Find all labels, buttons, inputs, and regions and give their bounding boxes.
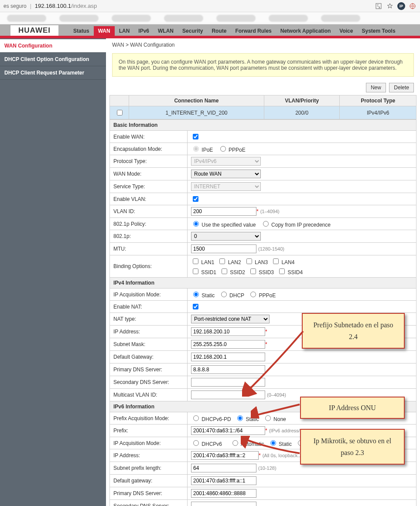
delete-button[interactable]: Delete bbox=[389, 83, 414, 92]
section-ipv4: IPv4 Information bbox=[110, 278, 417, 289]
binding-lan2-checkbox[interactable] bbox=[219, 258, 225, 264]
subnet-prefix-length-input[interactable] bbox=[191, 464, 256, 472]
ipv4-address-label: IP Address: bbox=[110, 326, 188, 338]
tab-wlan[interactable]: WLAN bbox=[154, 26, 178, 36]
bookmark-item[interactable] bbox=[59, 15, 99, 22]
subnet-mask-input[interactable] bbox=[191, 340, 265, 349]
translate-icon[interactable] bbox=[375, 2, 382, 10]
security-label: es seguro bbox=[3, 3, 27, 9]
tab-wan[interactable]: WAN bbox=[94, 26, 115, 36]
tab-voice[interactable]: Voice bbox=[335, 26, 357, 36]
sidebar-item-wan-configuration[interactable]: WAN Configuration bbox=[0, 39, 106, 53]
8021p-label: 802.1p: bbox=[110, 230, 188, 243]
ipv6-gateway-input[interactable] bbox=[191, 476, 256, 485]
tab-system-tools[interactable]: System Tools bbox=[357, 26, 400, 36]
row-select-checkbox[interactable] bbox=[117, 110, 123, 115]
vlan-id-input[interactable] bbox=[191, 207, 256, 216]
new-button[interactable]: New bbox=[366, 83, 386, 92]
col-protocol-type: Protocol Type bbox=[340, 95, 417, 106]
vlan-id-label: VLAN ID: bbox=[110, 205, 188, 218]
ipv4-dns2-label: Secondary DNS Server: bbox=[110, 376, 188, 389]
annotation-prefix: Prefijo Subnetado en el paso 2.4 bbox=[302, 313, 405, 349]
sidebar-item-dhcp-client-option-configuration[interactable]: DHCP Client Option Configuration bbox=[0, 53, 106, 66]
bookmark-bar bbox=[0, 12, 420, 24]
wan-mode-select[interactable]: Route WAN bbox=[191, 170, 261, 178]
binding-ssid1-checkbox[interactable] bbox=[193, 268, 198, 274]
extension-ip-icon[interactable]: iP bbox=[397, 2, 405, 10]
extension-globe-icon[interactable] bbox=[409, 2, 417, 10]
wan-mode-label: WAN Mode: bbox=[110, 168, 188, 180]
ipv4-static-radio[interactable] bbox=[193, 292, 199, 297]
enable-vlan-label: Enable VLAN: bbox=[110, 193, 188, 205]
ipv4-dns1-label: Primary DNS Server: bbox=[110, 363, 188, 376]
annotation-ip-mikrotik: Ip Mikrotik, se obtuvo en el paso 2.3 bbox=[300, 429, 405, 465]
service-type-select[interactable]: INTERNET bbox=[191, 182, 261, 191]
bookmark-item[interactable] bbox=[321, 15, 360, 22]
ipv6-gateway-label: Default gateway: bbox=[110, 475, 188, 487]
binding-lan3-checkbox[interactable] bbox=[246, 258, 252, 264]
8021p-policy-label: 802.1p Policy: bbox=[110, 218, 188, 230]
8021p-copy-radio[interactable] bbox=[263, 221, 269, 227]
binding-ssid2-checkbox[interactable] bbox=[222, 268, 227, 274]
ipv6-automatic-radio[interactable] bbox=[232, 440, 238, 446]
ipv6-address-input[interactable] bbox=[191, 451, 259, 460]
star-icon[interactable] bbox=[386, 2, 394, 10]
bookmark-item[interactable] bbox=[216, 15, 256, 22]
binding-lan4-checkbox[interactable] bbox=[273, 258, 279, 264]
binding-ssid3-checkbox[interactable] bbox=[250, 268, 256, 274]
ipv6-dns2-label: Secondary DNS Server: bbox=[110, 500, 188, 506]
mtu-input[interactable] bbox=[191, 245, 256, 253]
svg-rect-0 bbox=[376, 3, 381, 9]
enable-vlan-checkbox[interactable] bbox=[193, 196, 198, 202]
enable-nat-checkbox[interactable] bbox=[193, 304, 198, 309]
ipv4-mcast-vlan-input[interactable] bbox=[191, 391, 265, 399]
brand-logo: HUAWEI bbox=[10, 25, 58, 36]
ipv6-dhcpv6-radio[interactable] bbox=[193, 440, 199, 446]
tab-network-application[interactable]: Network Application bbox=[276, 26, 335, 36]
ipv6-dns2-input[interactable] bbox=[191, 502, 256, 506]
enable-wan-label: Enable WAN: bbox=[110, 131, 188, 143]
col-connection-name: Connection Name bbox=[129, 95, 264, 106]
ipv4-dns1-input[interactable] bbox=[191, 365, 265, 374]
browser-address-bar: es seguro | 192.168.100.1/index.asp iP bbox=[0, 0, 420, 12]
table-row[interactable]: 1_INTERNET_R_VID_200 200/0 IPv4/IPv6 bbox=[110, 106, 417, 119]
bookmark-item[interactable] bbox=[269, 15, 308, 22]
prefix-static-radio[interactable] bbox=[237, 415, 243, 421]
ipv4-pppoe-radio[interactable] bbox=[250, 292, 256, 297]
tab-status[interactable]: Status bbox=[69, 26, 94, 36]
help-box: On this page, you can configure WAN port… bbox=[112, 53, 414, 77]
url-field[interactable]: 192.168.100.1/index.asp bbox=[35, 3, 97, 9]
ipv4-gateway-input[interactable] bbox=[191, 353, 265, 361]
bookmark-item[interactable] bbox=[164, 15, 203, 22]
prefix-input[interactable] bbox=[191, 426, 265, 435]
tab-ipv6[interactable]: IPv6 bbox=[134, 26, 154, 36]
binding-options-label: Binding Options: bbox=[110, 255, 188, 278]
ipv4-dhcp-radio[interactable] bbox=[221, 292, 227, 297]
bookmark-item[interactable] bbox=[7, 15, 46, 22]
tab-lan[interactable]: LAN bbox=[115, 26, 134, 36]
enable-nat-label: Enable NAT: bbox=[110, 301, 188, 313]
protocol-type-select[interactable]: IPv4/IPv6 bbox=[191, 157, 261, 166]
prefix-none-radio[interactable] bbox=[265, 415, 271, 421]
ipv6-dns1-input[interactable] bbox=[191, 489, 256, 498]
encapsulation-mode-label: Encapsulation Mode: bbox=[110, 143, 188, 155]
ipv4-address-input[interactable] bbox=[191, 327, 265, 336]
encap-pppoe-radio[interactable] bbox=[220, 146, 226, 152]
protocol-type-label: Protocol Type: bbox=[110, 155, 188, 168]
top-tabs: HUAWEI StatusWANLANIPv6WLANSecurityRoute… bbox=[0, 24, 420, 36]
sidebar-item-dhcp-client-request-parameter[interactable]: DHCP Client Request Parameter bbox=[0, 66, 106, 80]
tab-route[interactable]: Route bbox=[207, 26, 231, 36]
prefix-dhcpv6pd-radio[interactable] bbox=[193, 415, 199, 421]
8021p-specified-radio[interactable] bbox=[193, 221, 199, 227]
8021p-select[interactable]: 0 bbox=[191, 232, 261, 241]
tab-security[interactable]: Security bbox=[178, 26, 207, 36]
tab-forward-rules[interactable]: Forward Rules bbox=[231, 26, 276, 36]
ipv6-static-radio[interactable] bbox=[270, 440, 276, 446]
encap-ipoe-radio[interactable] bbox=[193, 146, 199, 152]
enable-wan-checkbox[interactable] bbox=[193, 134, 198, 139]
nat-type-select[interactable]: Port-restricted cone NAT bbox=[191, 315, 270, 323]
ipv4-dns2-input[interactable] bbox=[191, 378, 265, 387]
binding-lan1-checkbox[interactable] bbox=[193, 258, 198, 264]
binding-ssid4-checkbox[interactable] bbox=[279, 268, 285, 274]
bookmark-item[interactable] bbox=[112, 15, 151, 22]
